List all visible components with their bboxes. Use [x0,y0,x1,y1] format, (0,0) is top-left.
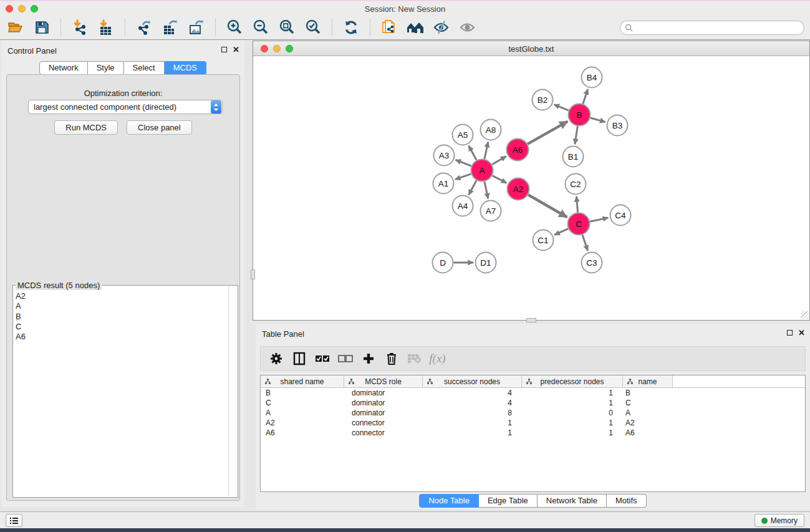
edge-B-B2[interactable] [554,105,569,110]
tab-node-table[interactable]: Node Table [419,494,479,508]
zoom-out-button[interactable] [249,18,272,37]
save-session-button[interactable] [31,18,53,37]
graph-node-B1[interactable]: B1 [563,147,584,167]
table-row[interactable]: Cdominator41C [261,398,805,408]
edge-A-A1[interactable] [455,174,471,180]
graph-node-C2[interactable]: C2 [566,174,586,195]
close-panel-icon[interactable]: ✕ [233,47,239,52]
graph-node-A8[interactable]: A8 [481,120,501,140]
mcds-result-item: A2 [16,291,26,301]
split-divider-grip[interactable] [251,269,255,279]
edge-C-C2[interactable] [577,196,578,213]
export-image-button[interactable] [185,18,208,37]
open-session-button[interactable] [4,18,27,37]
destroy-table-button[interactable] [403,349,426,368]
search-input[interactable] [634,21,804,34]
tab-network[interactable]: Network [39,61,88,75]
tab-mcds[interactable]: MCDS [165,61,206,75]
split-divider-grip[interactable] [526,318,536,322]
close-panel-icon[interactable]: ✕ [798,330,805,336]
edge-A-A6[interactable] [492,157,506,165]
edge-C-C3[interactable] [582,235,588,251]
graph-node-B2[interactable]: B2 [533,90,553,110]
float-panel-icon[interactable] [787,330,793,336]
show-network-button[interactable] [456,18,479,37]
export-table-button[interactable] [159,18,181,37]
table-row[interactable]: A2connector11A2 [261,418,805,428]
edge-B-B1[interactable] [575,126,577,144]
optimization-criterion-select[interactable]: largest connected component (directed) [28,100,223,114]
graph-node-B[interactable]: B [569,104,591,126]
network-graph-canvas[interactable]: B4B2BB3A5A8A6B1A3AC2A1A2A4A7C4CC1C3DD1 [253,56,809,320]
export-network-button[interactable] [133,18,155,37]
save-floppy-icon [34,20,49,35]
table-settings-button[interactable] [264,349,287,368]
edge-A-A8[interactable] [485,142,488,159]
refresh-view-button[interactable] [340,18,362,37]
edge-A-A5[interactable] [469,146,477,160]
close-panel-button[interactable]: Close panel [127,120,192,135]
edge-C-C4[interactable] [590,218,608,221]
column-header-shared-name[interactable]: shared name [261,375,344,387]
graph-node-C4[interactable]: C4 [610,205,631,226]
new-network-from-file-button[interactable] [378,18,400,37]
table-row[interactable]: Bdominator41B [261,388,805,398]
column-header-predecessor-nodes[interactable]: predecessor nodes [522,375,623,387]
edge-B-B3[interactable] [591,118,605,122]
edge-A-A4[interactable] [469,180,477,195]
graph-node-C3[interactable]: C3 [582,253,602,273]
graph-node-C1[interactable]: C1 [533,230,554,251]
graph-node-A4[interactable]: A4 [453,196,473,216]
table-row[interactable]: Adominator80A [261,408,805,418]
graph-node-B3[interactable]: B3 [607,115,628,136]
graph-node-D[interactable]: D [433,253,453,273]
split-table-button[interactable] [287,349,311,368]
tab-style[interactable]: Style [88,61,124,75]
run-mcds-button[interactable]: Run MCDS [54,120,118,135]
tab-network-table[interactable]: Network Table [538,494,607,508]
edge-A-A3[interactable] [456,160,471,166]
window-resize-grip[interactable] [801,311,809,319]
graph-node-A7[interactable]: A7 [481,201,501,221]
tab-motifs[interactable]: Motifs [607,494,647,508]
graph-node-A6[interactable]: A6 [507,139,529,161]
delete-column-button[interactable] [380,349,403,368]
task-history-button[interactable] [6,514,22,527]
import-network-button[interactable] [69,18,91,37]
graph-node-A3[interactable]: A3 [434,145,455,166]
zoom-in-button[interactable] [223,18,246,37]
zoom-fit-button[interactable] [276,18,298,37]
edge-A-A7[interactable] [485,181,488,198]
graph-node-B4[interactable]: B4 [582,67,602,88]
graph-node-A1[interactable]: A1 [433,173,454,194]
table-row[interactable]: A6connector11A6 [261,428,805,438]
column-header-successor-nodes[interactable]: successor nodes [423,375,522,387]
edge-C-C1[interactable] [554,229,568,235]
column-header-name[interactable]: name [623,375,673,387]
graph-node-A5[interactable]: A5 [453,125,473,145]
graph-node-D1[interactable]: D1 [476,253,496,273]
function-builder-button[interactable]: f(x) [426,349,449,368]
graph-node-A[interactable]: A [471,160,493,181]
edge-A-A2[interactable] [492,175,506,183]
float-panel-icon[interactable] [221,47,227,52]
hide-network-button[interactable] [430,18,453,37]
unselect-all-button[interactable] [334,349,357,368]
tab-edge-table[interactable]: Edge Table [479,494,538,508]
graph-node-C[interactable]: C [568,213,590,235]
zoom-selected-button[interactable] [302,18,324,37]
tab-select[interactable]: Select [124,61,165,75]
mcds-result-scrollbar[interactable] [228,286,237,496]
import-table-button[interactable] [95,18,117,37]
graph-node-A2[interactable]: A2 [508,178,529,200]
search-field[interactable] [620,21,804,35]
edge-B-B4[interactable] [583,89,588,104]
edge-A6-B[interactable] [528,122,567,144]
add-column-button[interactable] [357,349,380,368]
select-all-button[interactable] [311,349,334,368]
go-home-button[interactable] [404,18,427,37]
mcds-result-title: MCDS result (5 nodes) [16,281,102,290]
edge-A2-C[interactable] [528,195,567,217]
column-header-MCDS-role[interactable]: MCDS role [344,375,423,387]
memory-button[interactable]: Memory [755,514,804,527]
